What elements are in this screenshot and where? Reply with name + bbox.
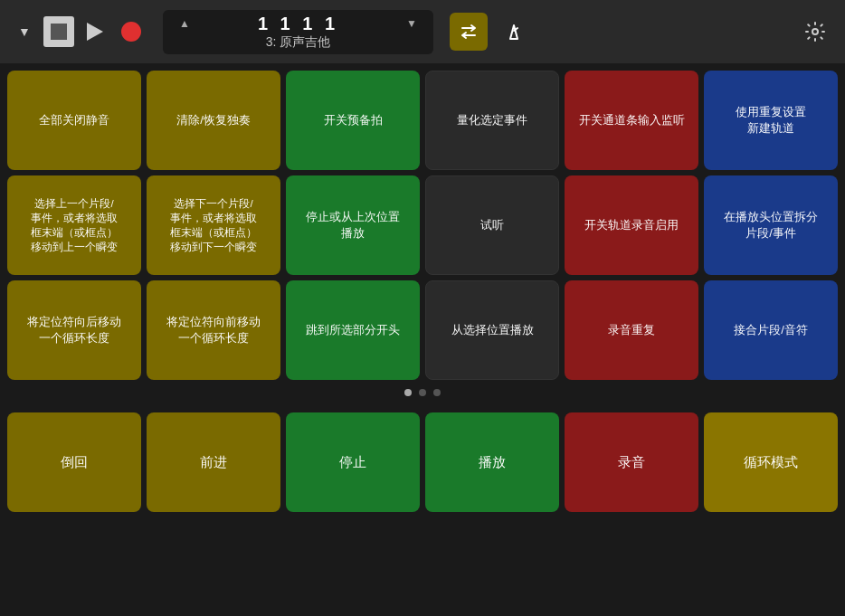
- cell-prev-region[interactable]: 选择上一个片段/事件，或者将选取框末端（或框点）移动到上一个瞬变: [7, 175, 141, 275]
- cell-locator-back[interactable]: 将定位符向后移动一个循环长度: [7, 280, 141, 380]
- cell-split-region[interactable]: 在播放头位置拆分片段/事件: [704, 175, 838, 275]
- position-down-arrow[interactable]: ▼: [401, 15, 422, 32]
- transport-controls: ▼: [11, 16, 147, 47]
- dot-1[interactable]: [404, 389, 412, 396]
- cell-all-mute[interactable]: 全部关闭静音: [7, 71, 141, 170]
- cell-quantize[interactable]: 量化选定事件: [425, 71, 559, 170]
- loop-button[interactable]: [450, 13, 488, 51]
- metronome-icon: [504, 22, 524, 42]
- grid-row-3: 将定位符向后移动一个循环长度 将定位符向前移动一个循环长度 跳到所选部分开头 从…: [7, 280, 838, 380]
- dot-3[interactable]: [433, 389, 441, 396]
- cell-toggle-precount[interactable]: 开关预备拍: [286, 71, 420, 170]
- bottom-rewind[interactable]: 倒回: [7, 412, 141, 512]
- bottom-record[interactable]: 录音: [565, 412, 698, 512]
- position-numbers: 1 1 1 1: [195, 14, 401, 34]
- stop-icon: [51, 24, 67, 40]
- top-bar: ▼ ▲ 1 1 1 1 ▼ 3: 原声吉他: [0, 0, 845, 63]
- dropdown-button[interactable]: ▼: [11, 18, 38, 45]
- bottom-forward[interactable]: 前进: [147, 412, 280, 512]
- record-icon: [121, 22, 141, 42]
- cell-toggle-input-monitor[interactable]: 开关通道条输入监听: [565, 71, 698, 170]
- loop-icon: [459, 22, 479, 42]
- cell-new-track[interactable]: 使用重复设置新建轨道: [704, 71, 838, 170]
- cell-play-from-selection[interactable]: 从选择位置播放: [425, 280, 559, 380]
- cell-join-regions[interactable]: 接合片段/音符: [704, 280, 838, 380]
- position-display: ▲ 1 1 1 1 ▼ 3: 原声吉他: [163, 10, 433, 54]
- main-area: 全部关闭静音 清除/恢复独奏 开关预备拍 量化选定事件 开关通道条输入监听 使用…: [0, 63, 845, 407]
- dot-2[interactable]: [419, 389, 426, 396]
- play-button[interactable]: [80, 16, 110, 47]
- cell-record-repeat[interactable]: 录音重复: [565, 280, 698, 380]
- cell-toggle-track-record[interactable]: 开关轨道录音启用: [565, 175, 698, 275]
- pagination: [7, 385, 838, 400]
- grid-row-1: 全部关闭静音 清除/恢复独奏 开关预备拍 量化选定事件 开关通道条输入监听 使用…: [7, 71, 838, 170]
- grid-row-2: 选择上一个片段/事件，或者将选取框末端（或框点）移动到上一个瞬变 选择下一个片段…: [7, 175, 838, 275]
- position-up-arrow[interactable]: ▲: [174, 15, 195, 32]
- stop-button[interactable]: [43, 16, 74, 47]
- svg-point-1: [812, 29, 818, 34]
- cell-jump-selection-start[interactable]: 跳到所选部分开头: [286, 280, 420, 380]
- bottom-bar: 倒回 前进 停止 播放 录音 循环模式: [0, 407, 845, 517]
- bottom-loop-mode[interactable]: 循环模式: [704, 412, 838, 512]
- cell-audition[interactable]: 试听: [425, 175, 559, 275]
- settings-button[interactable]: [796, 13, 834, 51]
- play-icon: [87, 23, 103, 41]
- metronome-button[interactable]: [495, 13, 533, 51]
- record-button[interactable]: [116, 16, 147, 47]
- track-label: 3: 原声吉他: [266, 34, 331, 51]
- position-arrows: ▲ 1 1 1 1 ▼: [174, 14, 422, 34]
- cell-locator-forward[interactable]: 将定位符向前移动一个循环长度: [147, 280, 280, 380]
- cell-stop-or-play[interactable]: 停止或从上次位置播放: [286, 175, 420, 275]
- cell-next-region[interactable]: 选择下一个片段/事件，或者将选取框末端（或框点）移动到下一个瞬变: [147, 175, 280, 275]
- cell-clear-solo[interactable]: 清除/恢复独奏: [147, 71, 280, 170]
- settings-icon: [804, 21, 826, 43]
- bottom-play[interactable]: 播放: [425, 412, 559, 512]
- bottom-stop[interactable]: 停止: [286, 412, 420, 512]
